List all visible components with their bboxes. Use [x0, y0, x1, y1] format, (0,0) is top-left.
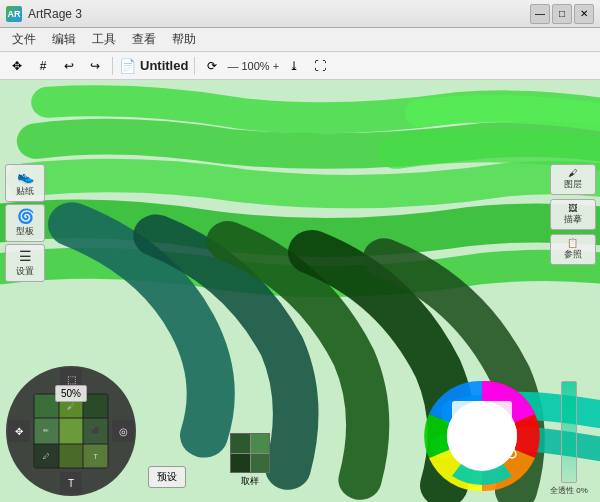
maximize-button[interactable]: □	[552, 4, 572, 24]
color-wheel[interactable]	[422, 376, 542, 496]
right-panel: 🖌 图层 🖼 描摹 📋 参照	[545, 160, 600, 269]
reference-label: 参照	[553, 248, 593, 261]
template-icon: 🌀	[8, 208, 42, 224]
minimize-button[interactable]: —	[530, 4, 550, 24]
thumb-8[interactable]	[59, 444, 83, 467]
template-button[interactable]: 🌀 型板	[5, 204, 45, 242]
close-button[interactable]: ✕	[574, 4, 594, 24]
wheel-tool-4[interactable]: ◎	[112, 420, 134, 442]
canvas-container[interactable]: 👟 贴纸 🌀 型板 ☰ 设置 🖌 图层 🖼 描摹 📋 参照	[0, 80, 600, 502]
tool-grid[interactable]: #	[32, 55, 54, 77]
layers-icon: 🖌	[553, 168, 593, 178]
template-label: 型板	[8, 225, 42, 238]
menu-edit[interactable]: 编辑	[44, 29, 84, 50]
reference-button[interactable]: 📋 参照	[550, 234, 596, 265]
tool-redo[interactable]: ↪	[84, 55, 106, 77]
settings-icon: ☰	[8, 248, 42, 264]
layers-label: 图层	[553, 178, 593, 191]
opacity-slider[interactable]	[561, 381, 577, 483]
window-controls: — □ ✕	[530, 4, 594, 24]
wheel-tool-3[interactable]: ✥	[8, 420, 30, 442]
titlebar: AR ArtRage 3 — □ ✕	[0, 0, 600, 28]
zoom-fullscreen-button[interactable]: ⛶	[309, 55, 331, 77]
menu-view[interactable]: 查看	[124, 29, 164, 50]
left-panel: 👟 贴纸 🌀 型板 ☰ 设置	[0, 160, 50, 286]
app-title: ArtRage 3	[28, 7, 530, 21]
thumb-6[interactable]: ⬛	[84, 419, 108, 443]
trace-icon: 🖼	[553, 203, 593, 213]
thumb-4[interactable]: ✏	[35, 419, 59, 443]
tool-move[interactable]: ✥	[6, 55, 28, 77]
settings-label: 设置	[8, 265, 42, 278]
menubar: 文件 编辑 工具 查看 帮助	[0, 28, 600, 52]
color-wheel-svg	[422, 376, 542, 496]
sample-grid[interactable]	[230, 433, 270, 473]
thumb-5[interactable]	[59, 419, 83, 443]
zoom-fit-button[interactable]: ⤓	[283, 55, 305, 77]
app-icon: AR	[6, 6, 22, 22]
trace-button[interactable]: 🖼 描摹	[550, 199, 596, 230]
layers-button[interactable]: 🖌 图层	[550, 164, 596, 195]
opacity-panel: 全透性 0%	[544, 381, 594, 496]
menu-help[interactable]: 帮助	[164, 29, 204, 50]
opacity-label: 全透性 0%	[544, 485, 594, 496]
sample-label: 取样	[230, 475, 270, 488]
toolbar-separator2	[194, 57, 195, 75]
svg-rect-4	[452, 401, 512, 446]
trace-label: 描摹	[553, 213, 593, 226]
settings-button[interactable]: ☰ 设置	[5, 244, 45, 282]
nav-button[interactable]: ⟳	[201, 55, 223, 77]
thumb-9[interactable]: T	[84, 444, 108, 467]
thumb-7[interactable]: 🖊	[35, 444, 59, 467]
wheel-tool-2[interactable]: T	[60, 472, 82, 494]
zoom-value: 50%	[61, 388, 81, 399]
reference-icon: 📋	[553, 238, 593, 248]
menu-tools[interactable]: 工具	[84, 29, 124, 50]
doc-name: Untitled	[140, 58, 188, 73]
doc-icon: 📄	[119, 58, 136, 74]
zoom-label: — 100% +	[227, 60, 279, 72]
zoom-indicator[interactable]: 50%	[55, 385, 87, 402]
sticker-label: 贴纸	[8, 185, 42, 198]
preview-button[interactable]: 预设	[148, 466, 186, 488]
sticker-icon: 👟	[8, 168, 42, 184]
tool-undo[interactable]: ↩	[58, 55, 80, 77]
toolbar-separator	[112, 57, 113, 75]
thumb-3[interactable]	[84, 395, 108, 418]
svg-point-3	[508, 450, 516, 458]
menu-file[interactable]: 文件	[4, 29, 44, 50]
sticker-button[interactable]: 👟 贴纸	[5, 164, 45, 202]
toolbar: ✥ # ↩ ↪ 📄 Untitled ⟳ — 100% + ⤓ ⛶	[0, 52, 600, 80]
